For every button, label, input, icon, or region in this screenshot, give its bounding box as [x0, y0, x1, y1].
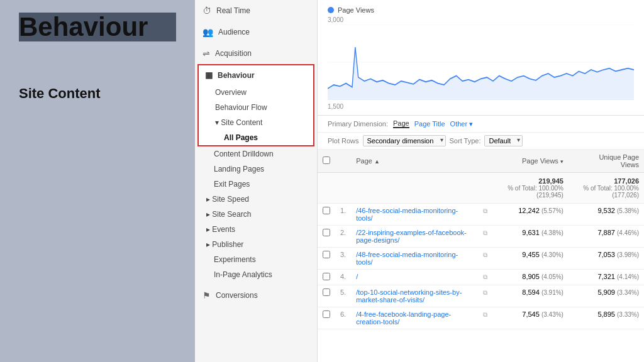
row-upv-main: 5,895 [597, 310, 615, 318]
external-link-icon-3[interactable]: ⧉ [483, 273, 487, 280]
table-row: 1. /46-free-social-media-monitoring-tool… [318, 204, 644, 226]
nav-sub-behaviour-flow[interactable]: Behaviour Flow [199, 100, 313, 115]
row-checkbox-1[interactable] [323, 229, 330, 236]
page-link-1[interactable]: /22-inspiring-examples-of-facebook-page-… [356, 229, 466, 244]
nav-label-conversions: Conversions [216, 291, 258, 300]
nav-events[interactable]: ▸ Events [195, 222, 317, 237]
external-link-icon-1[interactable]: ⧉ [483, 229, 487, 236]
nav-experiments[interactable]: Experiments [195, 252, 317, 267]
nav-publisher[interactable]: ▸ Publisher [195, 237, 317, 252]
page-link-5[interactable]: /4-free-facebook-landing-page-creation-t… [356, 310, 451, 326]
nav-item-behaviour[interactable]: ▦ Behaviour [199, 65, 313, 85]
row-pv-main: 9,455 [522, 251, 540, 258]
row-unique-views: 5,909 (3.34%) [569, 285, 644, 307]
nav-site-speed[interactable]: ▸ Site Speed [195, 192, 317, 207]
row-num: 4. [335, 270, 351, 285]
chart-y-3000: 3,000 [328, 16, 634, 23]
external-link-icon-4[interactable]: ⧉ [483, 289, 487, 296]
row-page-views: 8,594 (3.91%) [492, 285, 569, 307]
row-upv-pct: (3.34%) [617, 289, 639, 296]
row-unique-views: 7,887 (4.46%) [569, 226, 644, 248]
col-link [476, 150, 492, 173]
row-page-views: 8,905 (4.05%) [492, 270, 569, 285]
row-checkbox-4[interactable] [323, 288, 330, 296]
secondary-dimension-select[interactable]: Secondary dimension [363, 135, 446, 146]
table-header-row: Page ▲ Page Views ▾ Unique PageViews [318, 150, 644, 173]
nav-panel: ⏱ Real Time 👥 Audience ⇌ Acquisition ▦ B… [195, 0, 318, 362]
row-checkbox-cell [318, 204, 335, 226]
acquisition-icon: ⇌ [203, 48, 210, 58]
sort-arrow-pv: ▾ [560, 158, 564, 165]
row-upv-pct: (3.98%) [617, 251, 639, 258]
nav-content-drilldown[interactable]: Content Drilldown [195, 146, 317, 162]
nav-sub-all-pages[interactable]: All Pages [199, 130, 313, 145]
select-all-checkbox[interactable] [323, 156, 330, 164]
external-link-icon-5[interactable]: ⧉ [483, 311, 487, 318]
row-num: 1. [335, 204, 351, 226]
chart-y-1500: 1,500 [328, 103, 634, 110]
row-pv-main: 8,594 [522, 288, 540, 296]
row-pv-main: 12,242 [518, 207, 540, 214]
row-pv-pct: (3.91%) [541, 289, 564, 296]
row-checkbox-5[interactable] [323, 310, 330, 318]
nav-item-acquisition[interactable]: ⇌ Acquisition [195, 43, 317, 64]
nav-item-realtime[interactable]: ⏱ Real Time [195, 0, 317, 21]
external-link-icon-2[interactable]: ⧉ [483, 251, 487, 258]
row-checkbox-0[interactable] [323, 207, 330, 214]
row-checkbox-2[interactable] [323, 251, 330, 258]
row-upv-pct: (3.33%) [617, 311, 639, 318]
row-page-views: 9,455 (4.30%) [492, 248, 569, 270]
col-page-views[interactable]: Page Views ▾ [492, 150, 569, 173]
dimension-page[interactable]: Page [393, 119, 409, 128]
row-pv-main: 9,631 [522, 229, 540, 236]
nav-sub-overview[interactable]: Overview [199, 85, 313, 100]
big-title: Behaviour [19, 13, 176, 41]
nav-item-audience[interactable]: 👥 Audience [195, 21, 317, 43]
row-pv-main: 7,545 [522, 310, 540, 318]
table-row: 4. / ⧉ 8,905 (4.05%) 7,321 (4.14%) [318, 270, 644, 285]
page-link-3[interactable]: / [356, 273, 358, 280]
page-link-0[interactable]: /46-free-social-media-monitoring-tools/ [356, 207, 458, 222]
totals-checkbox-cell [318, 173, 335, 204]
row-checkbox-3[interactable] [323, 273, 330, 280]
row-checkbox-cell [318, 307, 335, 329]
dimension-other[interactable]: Other ▾ [450, 120, 474, 128]
row-link-icon: ⧉ [476, 248, 492, 270]
main-content: Page Views 3,000 1,500 Primary Dimension… [318, 0, 644, 362]
chart-legend-dot [328, 7, 334, 13]
left-panel: Behaviour Site Content [0, 0, 195, 362]
col-unique-page-views: Unique PageViews [569, 150, 644, 173]
col-page[interactable]: Page ▲ [351, 150, 476, 173]
sort-type-select[interactable]: Default [484, 135, 523, 146]
nav-site-search[interactable]: ▸ Site Search [195, 207, 317, 222]
totals-link-cell [476, 173, 492, 204]
row-upv-pct: (4.14%) [617, 273, 639, 280]
totals-unique-views: 177,026 % of Total: 100.00% (177,026) [569, 173, 644, 204]
table-row: 6. /4-free-facebook-landing-page-creatio… [318, 307, 644, 329]
nav-item-conversions[interactable]: ⚑ Conversions [195, 285, 317, 306]
nav-landing-pages[interactable]: Landing Pages [195, 162, 317, 177]
row-pv-pct: (4.05%) [541, 273, 564, 280]
nav-sub-site-content[interactable]: ▾ Site Content [199, 115, 313, 130]
page-link-4[interactable]: /top-10-social-networking-sites-by-marke… [356, 288, 462, 304]
nav-exit-pages[interactable]: Exit Pages [195, 177, 317, 192]
dimension-page-title[interactable]: Page Title [414, 120, 445, 128]
totals-upv-main: 177,026 [574, 177, 639, 185]
row-upv-main: 5,909 [597, 288, 615, 296]
nav-inpage[interactable]: In-Page Analytics [195, 267, 317, 282]
table-area: Page ▲ Page Views ▾ Unique PageViews 219… [318, 150, 644, 362]
external-link-icon-0[interactable]: ⧉ [483, 207, 487, 214]
dimension-row: Primary Dimension: Page Page Title Other… [318, 116, 644, 133]
table-row: 3. /48-free-social-media-monitoring-tool… [318, 248, 644, 270]
row-checkbox-cell [318, 285, 335, 307]
svg-marker-3 [328, 47, 634, 100]
primary-dimension-label: Primary Dimension: [328, 120, 388, 128]
row-pv-pct: (3.43%) [541, 311, 564, 318]
row-num: 5. [335, 285, 351, 307]
row-link-icon: ⧉ [476, 285, 492, 307]
controls-row: Plot Rows Secondary dimension Sort Type:… [318, 133, 644, 150]
row-link-icon: ⧉ [476, 204, 492, 226]
row-upv-main: 7,887 [597, 229, 615, 236]
page-views-chart [328, 25, 634, 100]
page-link-2[interactable]: /48-free-social-media-monitoring-tools/ [356, 251, 458, 266]
